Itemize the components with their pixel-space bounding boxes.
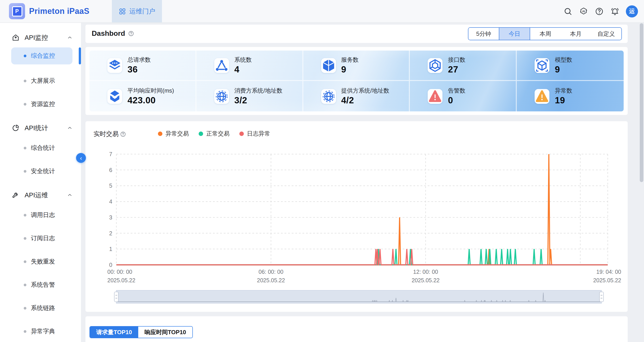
sidebar-item-失败重发[interactable]: 失败重发 [11,255,72,268]
search-icon[interactable] [563,6,573,16]
active-indicator-bar [79,48,81,64]
chevron-up-icon [67,192,73,198]
ai-icon[interactable]: AI [579,6,588,16]
svg-text:AI: AI [582,10,585,13]
stats-banner: 总请求数36系统数4服务数9接口数27模型数9平均响应时间(ms)423.00消… [90,50,624,112]
sidebar-item-调用日志[interactable]: 调用日志 [11,208,72,222]
sidebar-collapse-button[interactable]: ‹ [76,153,86,163]
sidebar-group-API监控[interactable]: API监控 [0,28,81,48]
sidebar-item-综合监控[interactable]: 综合监控 [11,48,72,64]
svg-text:3: 3 [109,214,112,220]
bullet-dot [24,103,26,106]
svg-text:7: 7 [109,151,112,157]
services-icon [321,58,336,73]
sidebar-group-API统计[interactable]: API统计 [0,118,81,138]
svg-text:2: 2 [109,230,112,236]
stat-value: 4/2 [341,95,389,106]
stat-value: 3/2 [234,95,282,106]
provider-icon [321,89,336,104]
realtime-chart-card: 实时交易 异常交易正常交易日志异常 0123456700: 00: 002025… [86,121,628,312]
home-icon [12,34,20,42]
slider-handle-right [600,292,604,302]
sidebar-group-label: API监控 [24,33,67,42]
sidebar-item-订阅日志[interactable]: 订阅日志 [11,232,72,245]
sidebar-item-异常字典[interactable]: 异常字典 [11,325,72,338]
sidebar-item-资源监控[interactable]: 资源监控 [11,98,72,111]
stat-card-exceptions: 异常数19 [517,81,624,112]
sidebar-item-label: 综合监控 [31,52,55,60]
bullet-dot [24,214,26,216]
line-chart: 0123456700: 00: 002025.05.2206: 00: 0020… [86,121,628,312]
svg-text:06: 00: 00: 06: 00: 00 [258,269,284,275]
user-avatar[interactable]: 运 [626,5,638,17]
interfaces-icon [428,58,443,73]
stat-card-alarms: 告警数0 [410,81,517,112]
bullet-dot [24,147,26,150]
svg-text:2025.05.22: 2025.05.22 [107,277,135,284]
top-header: P Primeton iPaaS 运维门户 AI运 [0,0,644,23]
sidebar-item-label: 综合统计 [31,144,55,152]
stat-card-services: 服务数9 [303,50,410,81]
svg-text:2025.05.22: 2025.05.22 [257,277,285,284]
stat-value: 9 [555,64,572,75]
range-button-5分钟[interactable]: 5分钟 [468,28,499,40]
sidebar-item-综合统计[interactable]: 综合统计 [11,141,72,155]
chevron-up-icon [67,34,73,41]
bullet-dot [24,237,26,240]
range-button-今日[interactable]: 今日 [499,28,530,40]
svg-text:2025.05.22: 2025.05.22 [412,277,440,284]
page-title: Dashbord [92,30,125,38]
tab-响应时间TOP10[interactable]: 响应时间TOP10 [138,326,192,338]
sidebar-item-label: 大屏展示 [31,77,55,85]
svg-text:19: 04: 00: 19: 04: 00 [596,269,621,275]
stat-card-requests: 总请求数36 [90,50,196,81]
tab-请求量TOP10[interactable]: 请求量TOP10 [90,326,138,338]
bullet-dot [24,54,26,57]
sidebar: API监控综合监控大屏展示资源监控API统计综合统计安全统计API运维调用日志订… [0,22,81,342]
vertical-scrollbar[interactable] [640,23,643,182]
sidebar-item-label: 订阅日志 [31,234,55,242]
logo-icon: P [9,3,25,19]
stats-card: 总请求数36系统数4服务数9接口数27模型数9平均响应时间(ms)423.00消… [86,47,628,115]
app-title: Primeton iPaaS [29,6,90,16]
stat-value: 4 [234,64,252,75]
ops-icon [12,191,20,199]
bullet-dot [24,260,26,263]
sidebar-item-label: 调用日志 [31,211,55,219]
pie-icon [12,124,20,132]
stat-label: 提供方系统/地址数 [341,87,389,95]
sidebar-item-大屏展示[interactable]: 大屏展示 [11,74,72,88]
sidebar-item-系统链路[interactable]: 系统链路 [11,302,72,315]
stat-card-systems: 系统数4 [196,50,303,81]
range-button-本月[interactable]: 本月 [560,28,591,40]
sidebar-group-API运维[interactable]: API运维 [0,185,81,205]
range-button-本周[interactable]: 本周 [530,28,560,40]
systems-icon [214,58,229,73]
help-icon[interactable] [128,30,134,37]
sidebar-item-label: 系统告警 [31,281,55,289]
chevron-up-icon [67,125,73,131]
stat-value: 423.00 [128,95,174,106]
stat-value: 9 [341,64,358,75]
sidebar-group-label: API统计 [24,124,67,132]
sidebar-item-安全统计[interactable]: 安全统计 [11,165,72,178]
tab-ops-portal[interactable]: 运维门户 [112,0,162,22]
sidebar-item-系统告警[interactable]: 系统告警 [11,278,72,292]
time-range-group: 5分钟今日本周本月自定义 [468,27,622,40]
sidebar-item-label: 安全统计 [31,167,55,175]
range-button-自定义[interactable]: 自定义 [591,28,622,40]
models-icon [534,58,550,73]
portal-tab-label: 运维门户 [129,7,155,16]
datazoom-slider [116,290,602,303]
series-正常交易 [116,249,608,265]
stat-label: 消费方系统/地址数 [234,87,282,95]
stat-card-models: 模型数9 [517,50,624,81]
stat-card-response-time: 平均响应时间(ms)423.00 [90,81,196,112]
svg-text:4: 4 [109,198,112,205]
svg-text:00: 00: 00: 00: 00: 00 [107,269,132,275]
bell-icon[interactable] [610,6,620,16]
help-icon[interactable] [594,6,604,16]
sidebar-group-label: API运维 [24,191,67,199]
response-time-icon [107,89,122,104]
bullet-dot [24,330,26,333]
